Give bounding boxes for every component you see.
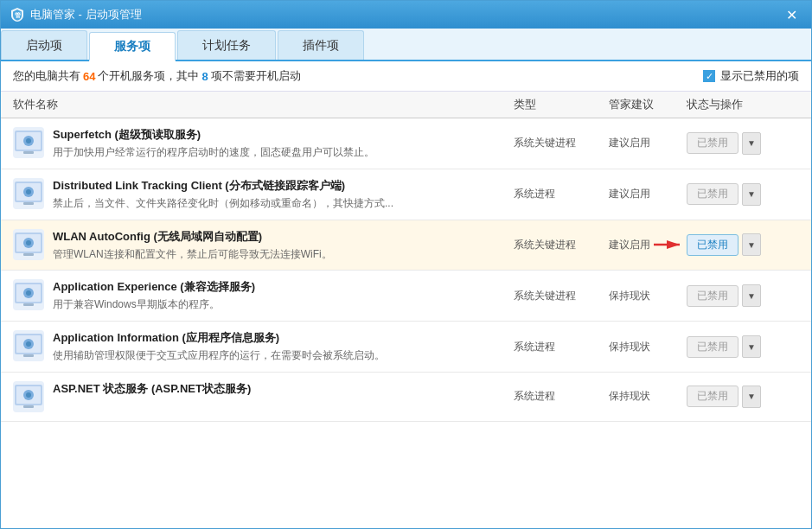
service-text: Application Information (应用程序信息服务) 使用辅助管… bbox=[53, 330, 385, 363]
svg-rect-32 bbox=[23, 354, 34, 357]
svg-rect-18 bbox=[23, 253, 34, 256]
table-row: Application Information (应用程序信息服务) 使用辅助管… bbox=[1, 322, 811, 373]
service-icon bbox=[13, 279, 44, 310]
service-icon bbox=[13, 381, 44, 412]
svg-text:管: 管 bbox=[15, 12, 21, 18]
table-row: ASP.NET 状态服务 (ASP.NET状态服务) 系统进程 保持现状 已禁用… bbox=[1, 373, 811, 422]
close-button[interactable]: ✕ bbox=[780, 5, 802, 24]
service-name: Application Experience (兼容选择服务) bbox=[53, 279, 255, 295]
service-type: 系统进程 bbox=[514, 187, 609, 201]
status-cell: 已禁用 ▼ bbox=[687, 386, 799, 408]
service-info: Application Information (应用程序信息服务) 使用辅助管… bbox=[13, 330, 514, 363]
service-text: Superfetch (超级预读取服务) 用于加快用户经常运行的程序启动时的速度… bbox=[53, 127, 374, 160]
status-cell: 已禁用 ▼ bbox=[687, 132, 799, 155]
status-toggle[interactable]: 已禁用 bbox=[687, 386, 738, 407]
status-toggle[interactable]: 已禁用 bbox=[687, 183, 738, 205]
service-text: ASP.NET 状态服务 (ASP.NET状态服务) bbox=[53, 381, 251, 399]
svg-point-25 bbox=[26, 290, 31, 296]
show-disabled-checkbox[interactable]: ✓ bbox=[703, 70, 715, 82]
service-desc: 用于加快用户经常运行的程序启动时的速度，固态硬盘用户可以禁止。 bbox=[53, 145, 374, 160]
status-cell: 已禁用 ▼ bbox=[687, 335, 799, 358]
status-cell: 已禁用 ▼ bbox=[687, 233, 799, 256]
service-info: Superfetch (超级预读取服务) 用于加快用户经常运行的程序启动时的速度… bbox=[13, 127, 514, 160]
tabs-bar: 启动项 服务项 计划任务 插件项 bbox=[1, 29, 811, 61]
service-name: WLAN AutoConfig (无线局域网自动配置) bbox=[53, 229, 332, 245]
status-toggle[interactable]: 已禁用 bbox=[687, 336, 738, 358]
svg-rect-38 bbox=[23, 405, 34, 408]
service-info: WLAN AutoConfig (无线局域网自动配置) 管理WLAN连接和配置文… bbox=[13, 229, 514, 262]
service-type: 系统关键进程 bbox=[514, 238, 609, 252]
show-disabled-label: 显示已禁用的项 bbox=[720, 68, 799, 84]
service-info: Distributed Link Tracking Client (分布式链接跟… bbox=[13, 178, 514, 211]
summary-suffix: 项不需要开机启动 bbox=[211, 68, 301, 84]
svg-point-37 bbox=[26, 392, 31, 398]
svg-point-5 bbox=[26, 138, 31, 143]
service-type: 系统进程 bbox=[514, 389, 609, 404]
service-info: Application Experience (兼容选择服务) 用于兼容Wind… bbox=[13, 279, 514, 312]
status-toggle[interactable]: 已禁用 bbox=[687, 132, 738, 154]
service-name: Distributed Link Tracking Client (分布式链接跟… bbox=[53, 178, 393, 194]
service-desc: 管理WLAN连接和配置文件，禁止后可能导致无法连接WiFi。 bbox=[53, 247, 332, 262]
tab-tasks[interactable]: 计划任务 bbox=[177, 30, 276, 60]
table-row: Superfetch (超级预读取服务) 用于加快用户经常运行的程序启动时的速度… bbox=[1, 118, 811, 169]
status-cell: 已禁用 ▼ bbox=[687, 284, 799, 307]
service-type: 系统进程 bbox=[514, 340, 609, 354]
status-dropdown-btn[interactable]: ▼ bbox=[742, 183, 761, 206]
service-advice: 建议启用 bbox=[609, 187, 687, 201]
service-name: ASP.NET 状态服务 (ASP.NET状态服务) bbox=[53, 381, 251, 397]
tab-plugins[interactable]: 插件项 bbox=[278, 30, 364, 60]
summary-mid1: 个开机服务项，其中 bbox=[98, 68, 199, 84]
service-advice: 保持现状 bbox=[609, 340, 687, 354]
title-bar-text: 电脑管家 - 启动项管理 bbox=[30, 7, 780, 22]
tab-services[interactable]: 服务项 bbox=[89, 32, 176, 61]
service-text: WLAN AutoConfig (无线局域网自动配置) 管理WLAN连接和配置文… bbox=[53, 229, 332, 262]
svg-point-31 bbox=[26, 341, 31, 347]
service-advice: 建议启用 bbox=[609, 136, 687, 150]
service-advice: 保持现状 bbox=[609, 289, 687, 303]
table-header: 软件名称 类型 管家建议 状态与操作 bbox=[1, 92, 811, 118]
summary-count2: 8 bbox=[201, 70, 208, 83]
service-desc: 使用辅助管理权限便于交互式应用程序的运行，在需要时会被系统启动。 bbox=[53, 348, 385, 363]
svg-point-11 bbox=[26, 189, 31, 194]
service-icon bbox=[13, 127, 44, 158]
col-status: 状态与操作 bbox=[687, 97, 799, 112]
svg-rect-6 bbox=[23, 151, 34, 154]
status-dropdown-btn[interactable]: ▼ bbox=[742, 233, 761, 256]
svg-rect-12 bbox=[23, 202, 34, 205]
service-advice: 保持现状 bbox=[609, 389, 687, 404]
service-text: Distributed Link Tracking Client (分布式链接跟… bbox=[53, 178, 393, 211]
service-type: 系统关键进程 bbox=[514, 136, 609, 150]
status-dropdown-btn[interactable]: ▼ bbox=[742, 386, 761, 408]
status-cell: 已禁用 ▼ bbox=[687, 183, 799, 206]
service-text: Application Experience (兼容选择服务) 用于兼容Wind… bbox=[53, 279, 255, 312]
service-type: 系统关键进程 bbox=[514, 289, 609, 303]
summary-prefix: 您的电脑共有 bbox=[13, 68, 80, 84]
svg-point-17 bbox=[26, 240, 31, 245]
service-desc: 禁止后，当文件、文件夹路径变化时（例如移动或重命名），其快捷方式... bbox=[53, 196, 393, 211]
summary-bar: 您的电脑共有 64 个开机服务项，其中 8 项不需要开机启动 ✓ 显示已禁用的项 bbox=[1, 61, 811, 92]
service-name: Application Information (应用程序信息服务) bbox=[53, 330, 385, 346]
app-icon: 管 bbox=[10, 7, 25, 22]
summary-count1: 64 bbox=[83, 70, 95, 83]
title-bar: 管 电脑管家 - 启动项管理 ✕ bbox=[1, 1, 811, 29]
table-body: Superfetch (超级预读取服务) 用于加快用户经常运行的程序启动时的速度… bbox=[1, 118, 811, 529]
status-toggle[interactable]: 已禁用 bbox=[687, 234, 738, 256]
service-icon bbox=[13, 178, 44, 209]
show-disabled-toggle[interactable]: ✓ 显示已禁用的项 bbox=[703, 68, 799, 84]
arrow-annotation bbox=[654, 236, 685, 253]
service-icon bbox=[13, 229, 44, 260]
status-dropdown-btn[interactable]: ▼ bbox=[742, 132, 761, 155]
status-dropdown-btn[interactable]: ▼ bbox=[742, 335, 761, 358]
tab-startup[interactable]: 启动项 bbox=[1, 30, 87, 60]
table-row: Distributed Link Tracking Client (分布式链接跟… bbox=[1, 169, 811, 220]
status-toggle[interactable]: 已禁用 bbox=[687, 285, 738, 307]
col-type: 类型 bbox=[514, 97, 609, 112]
service-info: ASP.NET 状态服务 (ASP.NET状态服务) bbox=[13, 381, 514, 412]
table-row: Application Experience (兼容选择服务) 用于兼容Wind… bbox=[1, 271, 811, 322]
status-dropdown-btn[interactable]: ▼ bbox=[742, 284, 761, 307]
svg-rect-26 bbox=[23, 303, 34, 306]
service-icon bbox=[13, 330, 44, 361]
col-name: 软件名称 bbox=[13, 97, 514, 112]
service-desc: 用于兼容Windows早期版本的程序。 bbox=[53, 297, 255, 312]
service-name: Superfetch (超级预读取服务) bbox=[53, 127, 374, 143]
